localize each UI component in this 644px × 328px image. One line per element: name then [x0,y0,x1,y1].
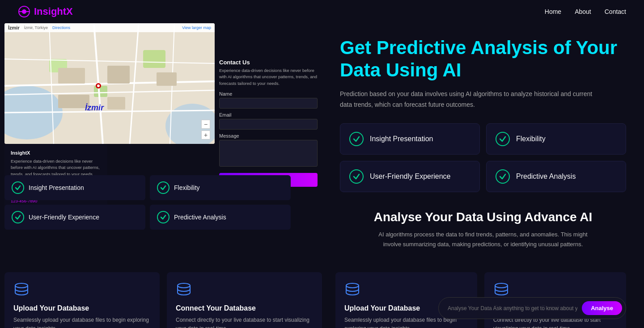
check-icon-2 [157,181,169,194]
svg-point-26 [15,283,28,288]
check-icon-4 [157,211,169,223]
contact-form: Contact Us Experience data-driven decisi… [215,55,322,191]
svg-point-29 [495,283,508,288]
right-features-grid: Insight Presentation Flexibility User-Fr… [340,123,626,192]
contact-info-heading: InsightX [11,150,101,156]
svg-point-25 [97,84,100,87]
hero-description: Prediction based on your data involves u… [340,89,599,110]
analyse-description: AI algorithms process the data to find t… [371,230,595,249]
right-check-icon-1 [349,132,364,146]
message-input[interactable] [219,140,318,167]
right-feature-label-1: Flexibility [516,135,546,143]
feature-insight-presentation: Insight Presentation [4,175,145,200]
right-feature-label-0: Insight Presentation [370,135,433,143]
feature-label-1: Flexibility [174,184,200,191]
bottom-left-cards: Upload Your Database Seamlessly upload y… [0,263,326,328]
left-features-grid: Insight Presentation Flexibility User-Fr… [4,175,291,230]
map-container: İzmir İzmir İzmir, Türkiye Directions Vi… [4,23,215,144]
logo-text: InsightX [34,6,73,17]
map-toolbar: İzmir İzmir, Türkiye Directions View lar… [4,23,215,32]
map-view-larger[interactable]: View larger map [182,25,211,30]
map-directions[interactable]: Directions [52,25,70,30]
db-connect-desc-left: Connect directly to your live database t… [176,316,313,328]
db-card-connect-left: Connect Your Database Connect directly t… [167,272,322,328]
svg-rect-8 [94,86,107,97]
right-check-icon-2 [496,132,510,146]
nav-about[interactable]: About [575,8,591,15]
feature-predictive-analysis: Predictive Analysis [150,205,291,230]
name-label: Name [219,91,318,97]
svg-rect-20 [157,72,177,86]
right-feature-label-3: Predictive Analysis [516,172,576,181]
nav-home[interactable]: Home [545,8,561,15]
analyse-title: Analyse Your Data Using Advance AI [340,210,626,224]
logo: InsightX [18,5,73,18]
db-upload-title-left: Upload Your Database [13,304,151,312]
right-feature-predictive: Predictive Analysis [486,161,626,192]
form-heading: Contact Us [219,59,318,66]
svg-text:İzmir: İzmir [85,103,104,112]
right-feature-flexibility: Flexibility [486,123,626,155]
db-connect-icon [176,281,192,297]
chat-input[interactable] [448,305,577,311]
nav-links: Home About Contact [545,8,626,16]
form-description: Experience data-driven decisions like ne… [219,67,318,87]
feature-label-3: Predictive Analysis [174,214,226,221]
hero-title: Get Predictive Analysis of Your Data Usi… [340,37,626,82]
db-connect-title-left: Connect Your Database [176,304,313,312]
name-input[interactable] [219,98,318,109]
check-icon-1 [12,181,24,194]
main-content: İzmir İzmir İzmir, Türkiye Directions Vi… [0,23,644,263]
right-check-icon-4 [496,169,510,184]
svg-rect-9 [143,50,165,68]
feature-user-friendly: User-Friendly Experience [4,205,145,230]
db-upload-desc-left: Seamlessly upload your database files to… [13,316,151,328]
map-title: İzmir [8,25,20,30]
svg-rect-19 [107,66,130,84]
contact-info-body: Experience data-driven decisions like ne… [11,158,101,177]
navbar: InsightX Home About Contact [0,0,644,23]
analyse-chat-button[interactable]: Analyse [582,301,622,315]
feature-label-0: Insight Presentation [29,184,84,191]
svg-point-27 [178,283,190,288]
chat-bar: Analyse [438,297,626,319]
right-feature-ux: User-Friendly Experience [340,161,480,192]
svg-point-28 [346,283,359,288]
svg-point-1 [22,9,26,14]
right-check-icon-3 [349,169,364,184]
analyse-section: Analyse Your Data Using Advance AI AI al… [340,206,626,254]
feature-label-2: User-Friendly Experience [29,214,99,221]
db-upload-icon [13,281,30,297]
left-panel: İzmir İzmir İzmir, Türkiye Directions Vi… [0,23,326,263]
email-input[interactable] [219,119,318,130]
check-icon-3 [12,211,24,223]
svg-rect-22 [107,97,125,109]
feature-flexibility: Flexibility [150,175,291,200]
db-connect-icon-right [493,281,509,297]
logo-icon [18,5,30,18]
right-panel: Get Predictive Analysis of Your Data Usi… [326,23,644,263]
map-zoom-out[interactable]: − [201,120,210,129]
db-card-upload-left: Upload Your Database Seamlessly upload y… [4,272,160,328]
map-zoom-in[interactable]: + [201,130,210,139]
right-feature-insight: Insight Presentation [340,123,480,155]
email-form-label: Email [219,112,318,118]
message-label: Message [219,133,318,139]
map-subtitle: İzmir, Türkiye [24,25,48,30]
svg-rect-18 [58,68,85,84]
db-upload-icon-right [344,281,360,297]
map-bg: İzmir İzmir İzmir, Türkiye Directions Vi… [4,23,215,144]
nav-contact[interactable]: Contact [605,8,626,15]
right-feature-label-2: User-Friendly Experience [370,172,451,181]
map-svg: İzmir [4,23,215,144]
